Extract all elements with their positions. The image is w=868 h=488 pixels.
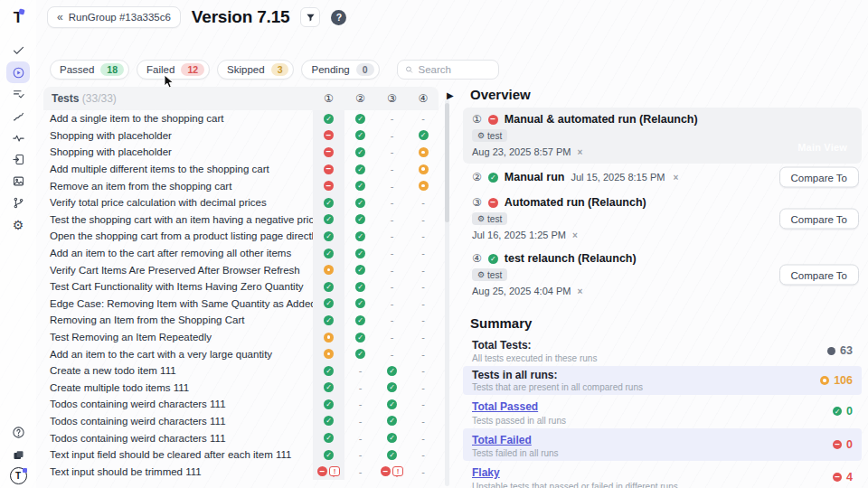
table-row[interactable]: Verify Cart Items Are Preserved After Br… (43, 261, 439, 278)
no-run-dash: - (421, 197, 425, 208)
gear-icon[interactable]: ⚙ (6, 214, 30, 235)
table-row[interactable]: Test Cart Functionality with Items Havin… (43, 278, 439, 296)
test-name: Todos containing weird characters 111 (43, 429, 313, 446)
passed-icon: ✓ (355, 249, 365, 258)
table-row[interactable]: Create multiple todo items 111✓-✓- (43, 380, 439, 397)
status-cell: ✓ (313, 380, 344, 397)
import-icon[interactable] (6, 149, 30, 170)
table-row[interactable]: Test the shopping cart with an item havi… (43, 211, 439, 229)
run-title-line: ③−Automated run (Relaunch) (472, 196, 853, 209)
table-row[interactable]: Create a new todo item 111✓-✓- (43, 362, 439, 380)
status-cell: - (408, 345, 439, 362)
status-cell (313, 329, 344, 346)
scrollbar-thumb[interactable] (445, 103, 449, 222)
compare-to-button[interactable]: Compare To (779, 209, 859, 230)
filter-chip-count: 12 (181, 63, 204, 76)
filter-chip-pending[interactable]: Pending0 (301, 60, 379, 80)
vertical-scrollbar[interactable] (445, 99, 449, 486)
remove-run-icon[interactable]: × (673, 173, 678, 183)
comment-icon[interactable]: ! (329, 466, 340, 476)
passed-icon: ✓ (355, 181, 365, 191)
compare-to-button[interactable]: Compare To (779, 167, 859, 188)
run-column-3[interactable]: ③ (376, 92, 408, 105)
run-name: Automated run (Relaunch) (505, 196, 646, 209)
no-run-dash: - (391, 314, 394, 325)
table-row[interactable]: Test Removing an Item Repeatedly✓-- (43, 329, 439, 346)
run-item[interactable]: ①−Manual & automated run (Relaunch)⚙test… (463, 108, 862, 164)
run-column-1[interactable]: ① (313, 92, 344, 105)
table-row[interactable]: Removing an Item from the Shopping Cart✓… (43, 312, 439, 329)
table-row[interactable]: Verify total price calculation with deci… (43, 194, 439, 211)
table-row[interactable]: Add a single item to the shopping cart✓✓… (43, 110, 439, 127)
failed-icon: − (488, 198, 498, 208)
status-cell: − (313, 127, 344, 145)
branch-icon[interactable] (6, 192, 30, 213)
table-row[interactable]: Text input should be trimmed 111−!-−!- (43, 463, 439, 480)
runs-icon[interactable] (6, 61, 30, 83)
search-box[interactable] (397, 60, 499, 80)
table-row[interactable]: Add multiple different items to the shop… (43, 161, 439, 178)
gear-icon: ⚙ (477, 131, 485, 140)
run-column-4[interactable]: ④ (408, 92, 439, 105)
no-run-dash: - (391, 332, 394, 343)
check-icon[interactable] (6, 40, 30, 61)
table-row[interactable]: Todos containing weird characters 111✓-✓… (43, 429, 439, 446)
run-item[interactable]: ③−Automated run (Relaunch)⚙testJul 16, 2… (463, 191, 862, 247)
status-cell: ✓ (344, 228, 376, 245)
run-date: Aug 25, 2025 4:04 PM (472, 286, 571, 296)
table-row[interactable]: Todos containing weird characters 111✓-✓… (43, 413, 439, 430)
comment-icon[interactable]: ! (392, 466, 403, 476)
user-avatar[interactable]: T (10, 467, 27, 484)
no-run-dash: - (359, 382, 363, 393)
test-name: Removing an Item from the Shopping Cart (43, 312, 313, 329)
docs-icon[interactable] (6, 445, 30, 465)
status-cell: - (408, 446, 439, 464)
remove-run-icon[interactable]: × (577, 147, 582, 157)
table-row[interactable]: Add an item to the cart after removing a… (43, 245, 439, 262)
help-icon[interactable] (6, 422, 30, 443)
run-item[interactable]: ②✓Manual runJul 15, 2025 8:15 PM×Compare… (463, 164, 862, 191)
status-cell: ✓ (313, 362, 344, 380)
filter-button[interactable] (300, 7, 320, 27)
status-cell: − (313, 177, 344, 194)
status-cell: ✓ (313, 396, 344, 413)
search-input[interactable] (419, 64, 491, 75)
table-row[interactable]: Text input field should be cleared after… (43, 446, 439, 464)
pulse-icon[interactable] (6, 127, 30, 148)
test-name: Text input should be trimmed 111 (43, 463, 313, 480)
table-row[interactable]: Todos containing weird characters 111✓-✓… (43, 396, 439, 413)
list-check-icon[interactable] (6, 84, 30, 105)
help-button[interactable]: ? (331, 10, 346, 25)
compare-to-button[interactable]: Compare To (779, 265, 859, 286)
filter-chip-passed[interactable]: Passed18 (50, 60, 129, 80)
failed-icon: − (324, 147, 334, 157)
summary-label[interactable]: Total Failed (472, 434, 532, 446)
trend-icon[interactable] (6, 106, 30, 127)
status-cell (408, 144, 439, 161)
remove-run-icon[interactable]: × (577, 286, 582, 296)
table-row[interactable]: Add an item to the cart with a very larg… (43, 345, 439, 362)
table-row[interactable]: Edge Case: Removing Item with Same Quant… (43, 296, 439, 313)
failed-icon: − (317, 466, 327, 476)
skipped-icon (419, 164, 429, 174)
filter-chip-failed[interactable]: Failed12 (137, 60, 210, 80)
run-column-2[interactable]: ② (344, 92, 376, 105)
rungroup-back-button[interactable]: « RunGroup #13a335c6 (47, 6, 181, 28)
test-name: Edge Case: Removing Item with Same Quant… (43, 296, 313, 313)
status-cell: ✓ (313, 413, 344, 430)
summary-value: 63 (827, 344, 853, 357)
summary-description: Tests failed in all runs (472, 448, 559, 458)
table-row[interactable]: Shopping with placeholder−✓-✓ (43, 127, 439, 145)
summary-label[interactable]: Total Passed (472, 400, 538, 413)
table-row[interactable]: Open the shopping cart from a product li… (43, 228, 439, 245)
image-icon[interactable] (6, 171, 30, 192)
table-row[interactable]: Shopping with placeholder−✓- (43, 144, 439, 161)
run-item[interactable]: ④✓test relaunch (Relaunch)⚙testAug 25, 2… (463, 247, 862, 303)
no-run-dash: - (391, 248, 394, 258)
test-name: Add multiple different items to the shop… (43, 161, 313, 178)
summary-label[interactable]: Flaky (472, 466, 500, 479)
table-row[interactable]: Remove an item from the shopping cart−✓- (43, 177, 439, 194)
filter-chip-skipped[interactable]: Skipped3 (217, 60, 294, 80)
remove-run-icon[interactable]: × (572, 230, 578, 240)
summary-section: Summary Total Tests:All tests executed i… (459, 315, 868, 488)
